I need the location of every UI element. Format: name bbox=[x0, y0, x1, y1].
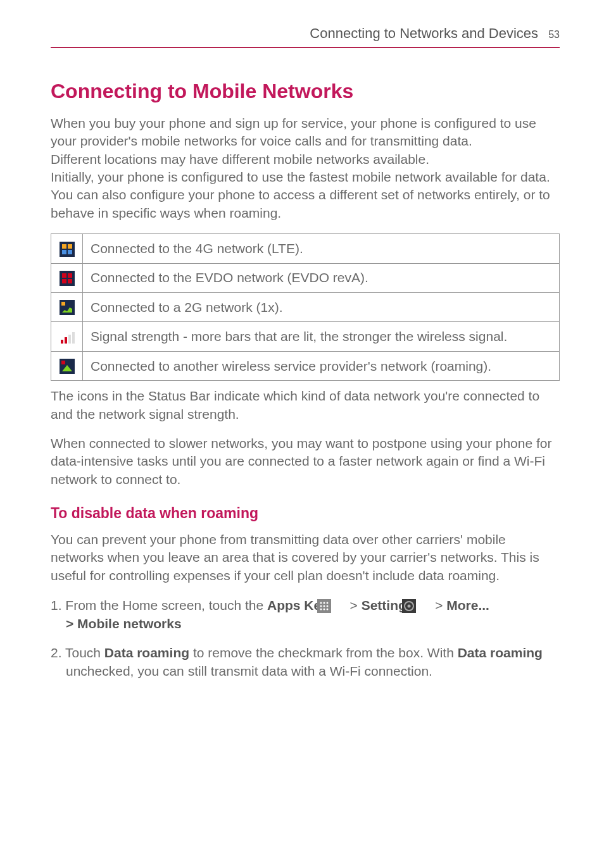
data-roaming-label-2: Data roaming bbox=[458, 645, 543, 660]
table-desc: Connected to the EVDO network (EVDO revA… bbox=[83, 263, 560, 292]
post-table-para-2: When connected to slower networks, you m… bbox=[51, 435, 560, 488]
svg-rect-14 bbox=[68, 335, 71, 344]
svg-rect-2 bbox=[68, 244, 72, 249]
svg-rect-7 bbox=[68, 273, 72, 278]
step-num: 1. bbox=[51, 598, 65, 612]
signal-bars-icon bbox=[60, 330, 75, 345]
table-row: Connected to the EVDO network (EVDO revA… bbox=[51, 263, 560, 292]
svg-rect-6 bbox=[62, 273, 66, 278]
table-desc: Connected to another wireless service pr… bbox=[83, 351, 560, 380]
svg-rect-12 bbox=[61, 340, 63, 344]
svg-rect-3 bbox=[62, 250, 66, 254]
roaming-icon bbox=[60, 359, 75, 374]
table-row: Connected to the 4G network (LTE). bbox=[51, 234, 560, 263]
svg-rect-15 bbox=[72, 332, 75, 344]
svg-point-25 bbox=[320, 608, 322, 610]
gt: > bbox=[431, 598, 446, 612]
page-number: 53 bbox=[548, 29, 560, 40]
svg-point-20 bbox=[323, 602, 325, 604]
mobile-networks-label: Mobile networks bbox=[77, 616, 182, 631]
table-row: Connected to another wireless service pr… bbox=[51, 351, 560, 380]
svg-rect-11 bbox=[61, 302, 65, 306]
table-desc: Signal strength - more bars that are lit… bbox=[83, 322, 560, 351]
svg-point-27 bbox=[326, 608, 328, 610]
intro-para-2: Different locations may have different m… bbox=[51, 151, 560, 168]
svg-point-19 bbox=[320, 602, 322, 604]
svg-point-23 bbox=[323, 605, 325, 607]
table-row: Connected to a 2G network (1x). bbox=[51, 292, 560, 321]
svg-point-21 bbox=[326, 602, 328, 604]
page-header: Connecting to Networks and Devices 53 bbox=[51, 25, 560, 48]
evdo-icon bbox=[60, 271, 75, 286]
sub-paragraph: You can prevent your phone from transmit… bbox=[51, 531, 560, 585]
svg-rect-13 bbox=[65, 337, 67, 344]
gt-line2: > bbox=[66, 616, 77, 631]
table-desc: Connected to a 2G network (1x). bbox=[83, 292, 560, 321]
section-title: Connecting to Mobile Networks bbox=[51, 80, 560, 103]
header-title: Connecting to Networks and Devices bbox=[310, 25, 538, 41]
more-label: More... bbox=[446, 598, 489, 612]
step-text: From the Home screen, touch the bbox=[65, 598, 267, 612]
data-roaming-label: Data roaming bbox=[104, 645, 189, 660]
apps-key-icon bbox=[332, 599, 346, 613]
svg-point-30 bbox=[408, 604, 411, 607]
table-row: Signal strength - more bars that are lit… bbox=[51, 322, 560, 351]
network-icons-table: Connected to the 4G network (LTE). Conne… bbox=[51, 233, 560, 381]
step-num: 2. bbox=[51, 645, 65, 660]
svg-rect-17 bbox=[61, 361, 65, 364]
settings-icon bbox=[417, 599, 431, 613]
svg-rect-4 bbox=[68, 250, 72, 254]
step-text: Touch bbox=[65, 645, 104, 660]
svg-point-22 bbox=[320, 605, 322, 607]
step-text: unchecked, you can still transmit data w… bbox=[66, 664, 432, 678]
step-1: 1. From the Home screen, touch the Apps … bbox=[51, 596, 560, 633]
4g-lte-icon bbox=[60, 242, 75, 257]
svg-point-26 bbox=[323, 608, 325, 610]
intro-para-1: When you buy your phone and sign up for … bbox=[51, 115, 560, 151]
svg-rect-1 bbox=[62, 244, 66, 249]
post-table-para-1: The icons in the Status Bar indicate whi… bbox=[51, 387, 560, 423]
step-text: to remove the checkmark from the box. Wi… bbox=[189, 645, 458, 660]
steps-list: 1. From the Home screen, touch the Apps … bbox=[51, 596, 560, 681]
intro-para-3: Initially, your phone is configured to u… bbox=[51, 168, 560, 222]
svg-rect-8 bbox=[62, 279, 66, 283]
svg-rect-9 bbox=[68, 279, 72, 283]
svg-point-24 bbox=[326, 605, 328, 607]
step-2: 2. Touch Data roaming to remove the chec… bbox=[51, 643, 560, 681]
gt: > bbox=[346, 598, 362, 612]
svg-rect-5 bbox=[60, 271, 75, 286]
2g-1x-icon bbox=[60, 300, 75, 315]
svg-rect-0 bbox=[60, 242, 75, 257]
table-desc: Connected to the 4G network (LTE). bbox=[83, 234, 560, 263]
subheading-roaming: To disable data when roaming bbox=[51, 505, 560, 522]
